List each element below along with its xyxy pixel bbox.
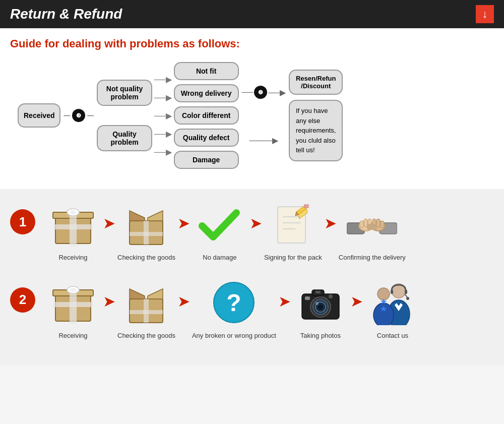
arrow-4: ➤ bbox=[322, 214, 339, 232]
steps-section: 1 bbox=[0, 189, 504, 366]
agent-icon bbox=[365, 277, 420, 328]
svg-marker-9 bbox=[148, 211, 163, 221]
arrow-2: ➤ bbox=[175, 214, 192, 232]
step-2-photos-label: Taking photos bbox=[300, 332, 341, 340]
arrow-8: ➤ bbox=[348, 292, 365, 310]
svg-marker-38 bbox=[130, 289, 145, 299]
outcome-arrows-area: ── ❷ ──▶ ────▶ bbox=[242, 68, 286, 163]
svg-rect-24 bbox=[360, 221, 363, 228]
svg-rect-58 bbox=[405, 290, 407, 294]
svg-point-36 bbox=[70, 288, 76, 292]
arrow-3: ➤ bbox=[247, 214, 264, 232]
step-1-items: Receiving ➤ bbox=[45, 199, 494, 262]
svg-marker-8 bbox=[130, 211, 145, 221]
step-2-row: 2 Receiving bbox=[10, 277, 494, 340]
node-not-fit: Not fit bbox=[174, 62, 239, 80]
arrow-7: ➤ bbox=[276, 292, 293, 310]
step-2-contact-label: Contact us bbox=[377, 332, 408, 340]
step-1-signing-label: Signing for the pack bbox=[264, 254, 322, 262]
svg-rect-4 bbox=[53, 224, 93, 229]
node-quality-problem: Qualityproblem bbox=[97, 125, 152, 151]
box-closed-2-icon bbox=[45, 277, 101, 328]
box-closed-icon bbox=[45, 199, 101, 250]
badge-2: ❷ bbox=[254, 86, 267, 99]
outcome-requirements: If you haveany elserequirements,you clul… bbox=[289, 100, 343, 161]
svg-rect-18 bbox=[304, 205, 308, 208]
step-2-number: 2 bbox=[10, 287, 35, 313]
arrow-not-fit: ──▶ bbox=[154, 75, 172, 84]
svg-rect-34 bbox=[53, 302, 93, 307]
node-received: Received bbox=[18, 103, 60, 128]
step-2-items: Receiving ➤ Checking the goods bbox=[45, 277, 494, 340]
step-2-receiving-label: Receiving bbox=[58, 332, 87, 340]
guide-title: Guide for dealing with problems as follo… bbox=[10, 37, 494, 50]
step-1-number: 1 bbox=[10, 209, 35, 234]
badge-3: ❸ bbox=[72, 109, 85, 122]
arrow-damage: ──▶ bbox=[154, 147, 172, 157]
svg-rect-11 bbox=[130, 232, 163, 236]
step-2-checking-label: Checking the goods bbox=[117, 332, 175, 340]
step-2-contact: Contact us bbox=[365, 277, 420, 340]
handshake-icon bbox=[344, 199, 400, 250]
arrow-1: ➤ bbox=[101, 214, 117, 232]
svg-point-6 bbox=[70, 210, 76, 214]
step-2-broken: ? Any broken or wrong product bbox=[192, 277, 276, 340]
sub-items-col: Not fit Wrong delivery Color different Q… bbox=[174, 62, 239, 169]
svg-rect-57 bbox=[391, 290, 393, 294]
step-1-confirming: Confirming the delivery bbox=[339, 199, 406, 262]
step-1-checking-label: Checking the goods bbox=[117, 254, 175, 262]
step-2-photos: Taking photos bbox=[293, 277, 348, 340]
camera-icon bbox=[293, 277, 348, 328]
outcomes-col: Resen/Refun/Discount If you haveany else… bbox=[289, 70, 343, 161]
header-title: Return & Refund bbox=[10, 6, 122, 22]
node-color-different: Color different bbox=[174, 106, 239, 125]
arrow-to-outcome-lg: ────▶ bbox=[249, 136, 278, 145]
pencil-paper-icon bbox=[265, 199, 321, 250]
box-open-icon bbox=[118, 199, 174, 250]
svg-rect-28 bbox=[376, 219, 380, 227]
svg-rect-53 bbox=[316, 291, 321, 293]
badge2-row: ── ❷ ──▶ bbox=[242, 86, 286, 99]
outcome-refund: Resen/Refun/Discount bbox=[289, 70, 343, 95]
arrow-color-different: ──▶ bbox=[154, 111, 172, 120]
node-not-quality-problem: Not qualityproblem bbox=[97, 80, 152, 106]
step-1-checking: Checking the goods bbox=[117, 199, 175, 262]
step-1-confirming-label: Confirming the delivery bbox=[339, 254, 406, 262]
step-2-checking: Checking the goods bbox=[117, 277, 175, 340]
svg-rect-41 bbox=[130, 310, 163, 314]
svg-rect-50 bbox=[305, 296, 310, 300]
arrow-5: ➤ bbox=[101, 292, 117, 310]
header: Return & Refund ↓ bbox=[0, 0, 504, 28]
arrow-6: ➤ bbox=[175, 292, 192, 310]
svg-marker-39 bbox=[148, 289, 163, 299]
page-wrapper: Return & Refund ↓ Guide for dealing with… bbox=[0, 0, 504, 366]
step-1-nodamage-label: No damage bbox=[203, 254, 236, 262]
header-arrow-icon: ↓ bbox=[476, 5, 494, 23]
step-1-receiving-label: Receiving bbox=[58, 254, 87, 262]
flowchart: Received ─ ❸ ─ Not qualityproblem Qualit… bbox=[10, 59, 494, 179]
svg-point-60 bbox=[406, 297, 409, 300]
box-open-2-icon bbox=[118, 277, 174, 328]
arrow-quality-defect: ──▶ bbox=[154, 129, 172, 139]
svg-text:?: ? bbox=[227, 289, 241, 316]
node-quality-defect: Quality defect bbox=[174, 129, 239, 147]
svg-rect-30 bbox=[367, 224, 377, 230]
svg-rect-25 bbox=[364, 219, 367, 227]
step-2-receiving: Receiving bbox=[45, 277, 101, 340]
badge3-area: ─ ❸ ─ bbox=[62, 109, 95, 122]
node-damage: Damage bbox=[174, 151, 239, 169]
branch-arrows: ──▶ ──▶ ──▶ ──▶ ──▶ bbox=[153, 70, 173, 161]
question-mark-icon: ? bbox=[206, 277, 262, 328]
svg-point-51 bbox=[329, 294, 333, 298]
problem-branches: Not qualityproblem Qualityproblem bbox=[97, 80, 152, 151]
step-1-row: 1 bbox=[10, 199, 494, 262]
svg-point-49 bbox=[318, 305, 323, 310]
step-1-receiving: Receiving bbox=[45, 199, 101, 262]
svg-rect-29 bbox=[381, 221, 384, 228]
guide-section: Guide for dealing with problems as follo… bbox=[0, 28, 504, 184]
node-wrong-delivery: Wrong delivery bbox=[174, 84, 239, 102]
step-1-nodamage: No damage bbox=[192, 199, 247, 262]
svg-point-61 bbox=[377, 288, 390, 300]
step-2-broken-label: Any broken or wrong product bbox=[192, 332, 276, 340]
step-1-signing: Signing for the pack bbox=[264, 199, 322, 262]
